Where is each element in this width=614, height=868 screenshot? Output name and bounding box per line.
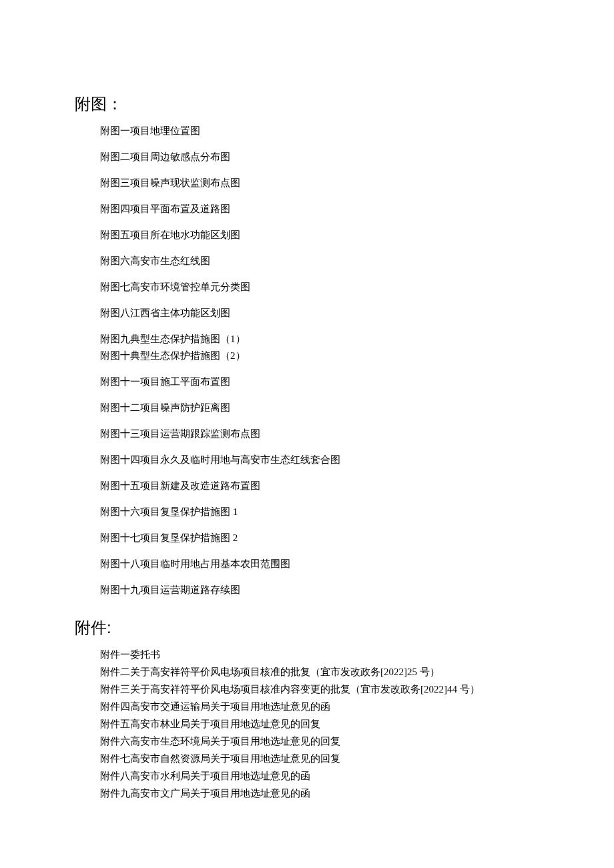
list-item: 附图二项目周边敏感点分布图 [100, 150, 541, 164]
list-item: 附图四项目平面布置及道路图 [100, 202, 541, 216]
list-item: 附件五高安市林业局关于项目用地选址意见的回复 [100, 717, 541, 731]
list-item: 附图十二项目噪声防护距离图 [100, 401, 541, 415]
attachments-heading: 附件: [75, 617, 541, 638]
list-item: 附件一委托书 [100, 648, 541, 662]
list-item: 附图十一项目施工平面布置图 [100, 375, 541, 389]
list-item: 附件六高安市生态环境局关于项目用地选址意见的回复 [100, 735, 541, 749]
list-item: 附图六高安市生态红线图 [100, 254, 541, 268]
list-item: 附件七高安市自然资源局关于项目用地选址意见的回复 [100, 752, 541, 766]
list-item: 附件三关于高安祥符平价风电场项目核准内容变更的批复（宜市发改政务[2022]44… [100, 683, 541, 697]
list-item: 附图十四项目永久及临时用地与高安市生态红线套合图 [100, 453, 541, 467]
figures-heading: 附图： [75, 93, 541, 115]
list-item: 附件四高安市交通运输局关于项目用地选址意见的函 [100, 700, 541, 714]
attachments-list: 附件一委托书 附件二关于高安祥符平价风电场项目核准的批复（宜市发改政务[2022… [100, 648, 541, 801]
list-item: 附件八高安市水利局关于项目用地选址意见的函 [100, 769, 541, 783]
list-item: 附图八江西省主体功能区划图 [100, 306, 541, 320]
list-item: 附图五项目所在地水功能区划图 [100, 228, 541, 242]
list-item: 附图三项目噪声现状监测布点图 [100, 176, 541, 190]
list-item: 附图七高安市环境管控单元分类图 [100, 280, 541, 294]
list-item: 附图十六项目复垦保护措施图 1 [100, 505, 541, 519]
list-item: 附图一项目地理位置图 [100, 124, 541, 138]
list-item: 附图十九项目运营期道路存续图 [100, 583, 541, 597]
list-item: 附图十八项目临时用地占用基本农田范围图 [100, 557, 541, 571]
list-item: 附图十七项目复垦保护措施图 2 [100, 531, 541, 545]
list-item: 附图十典型生态保护措施图（2） [100, 349, 541, 363]
figures-list: 附图一项目地理位置图 附图二项目周边敏感点分布图 附图三项目噪声现状监测布点图 … [100, 124, 541, 597]
list-item: 附图十三项目运营期跟踪监测布点图 [100, 427, 541, 441]
list-item: 附件二关于高安祥符平价风电场项目核准的批复（宜市发改政务[2022]25 号） [100, 665, 541, 679]
list-item: 附件九高安市文广局关于项目用地选址意见的函 [100, 787, 541, 801]
list-item: 附图九典型生态保护措施图（1） [100, 332, 541, 346]
list-item: 附图十五项目新建及改造道路布置图 [100, 479, 541, 493]
